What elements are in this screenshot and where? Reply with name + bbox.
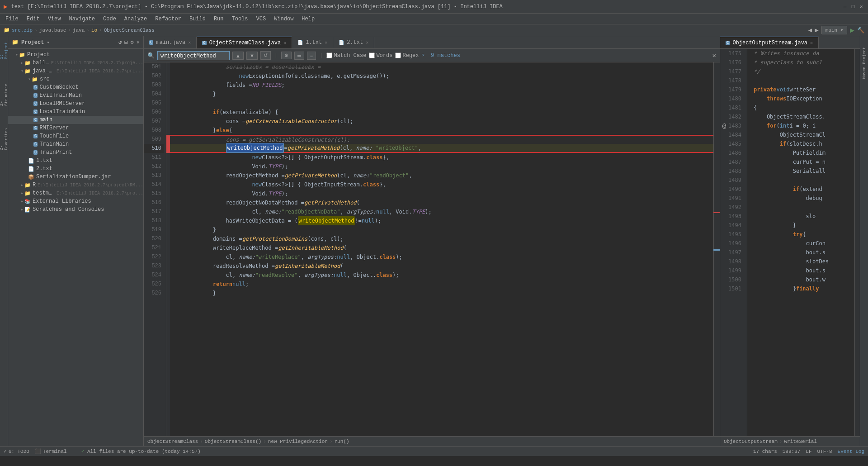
search-close-button[interactable]: ✕ bbox=[712, 52, 716, 59]
settings-icon[interactable]: ⚙ bbox=[131, 39, 134, 46]
forward-button[interactable]: ▶ bbox=[815, 26, 818, 34]
tree-item-1txt[interactable]: 📄 1.txt bbox=[8, 157, 143, 165]
back-button[interactable]: ◀ bbox=[808, 26, 812, 34]
menu-item-code[interactable]: Code bbox=[99, 15, 120, 23]
breadcrumb-io[interactable]: io bbox=[91, 28, 97, 33]
match-words-btn[interactable]: ═ bbox=[294, 52, 304, 60]
right-panel-gutter[interactable] bbox=[854, 49, 860, 436]
regex-checkbox[interactable]: Regex bbox=[395, 52, 419, 59]
tree-item-scratches[interactable]: ▸ 📝 Scratches and Consoles bbox=[8, 205, 143, 214]
todo-tab[interactable]: ✓ 6: TODO bbox=[4, 448, 29, 454]
structure-icon[interactable]: Z-Structure bbox=[0, 91, 8, 99]
tree-item-touchfile[interactable]: C TouchFile bbox=[8, 132, 143, 140]
menu-item-help[interactable]: Help bbox=[298, 15, 318, 23]
tree-item-trainprint[interactable]: C TrainPrint bbox=[8, 148, 143, 157]
breadcrumb-classname[interactable]: ObjectStreamClass bbox=[104, 28, 155, 33]
event-log[interactable]: Event Log bbox=[838, 449, 864, 454]
tree-item-testmodule[interactable]: ▸ 📁 testmodule E:\IntelliJ IDEA 2018.2.7… bbox=[8, 189, 143, 197]
bc-run[interactable]: run() bbox=[335, 439, 349, 444]
close-button[interactable]: ✕ bbox=[858, 4, 864, 10]
next-match-button[interactable]: ▼ bbox=[246, 52, 258, 60]
minimize-button[interactable]: — bbox=[842, 4, 848, 10]
tree-item-localtrainmain[interactable]: C LocalTrainMain bbox=[8, 108, 143, 116]
favorites-icon[interactable]: Z-Favorites bbox=[0, 136, 8, 143]
menu-item-analyze[interactable]: Analyze bbox=[121, 15, 151, 23]
sync-icon[interactable]: ↺ bbox=[118, 39, 122, 46]
main-layout: 1: Project Z-Structure Z-Favorites 📁 Pro… bbox=[0, 36, 868, 446]
maximize-button[interactable]: □ bbox=[850, 4, 856, 10]
breadcrumb-srczip[interactable]: src.zip bbox=[12, 28, 33, 33]
tree-item-javasecurity[interactable]: ▾ 📁 java_security E:\IntelliJ IDEA 2018.… bbox=[8, 67, 143, 75]
filter-button[interactable]: ⚙ bbox=[281, 52, 292, 59]
hide-icon[interactable]: ✕ bbox=[137, 39, 140, 46]
bc-objectstreamclass[interactable]: ObjectStreamClass bbox=[147, 439, 198, 444]
bc-constructor[interactable]: ObjectStreamClass() bbox=[205, 439, 261, 444]
titlebar-controls: — □ ✕ bbox=[842, 4, 864, 10]
tree-path: E:\IntelliJ IDEA 2018.2.7\pro... bbox=[57, 191, 143, 196]
project-label: Project bbox=[21, 39, 44, 46]
expand-arrow: ▸ bbox=[21, 190, 24, 196]
refresh-button[interactable]: ↺ bbox=[260, 51, 271, 60]
menu-item-edit[interactable]: Edit bbox=[23, 15, 43, 23]
tab-close-icon[interactable]: ✕ bbox=[325, 40, 327, 45]
dropdown-arrow[interactable]: ▾ bbox=[47, 40, 49, 45]
project-panel-header: 📁 Project ▾ ↺ ⊟ ⚙ ✕ bbox=[8, 36, 143, 49]
tree-item-rmiserver[interactable]: C RMIServer bbox=[8, 124, 143, 132]
words-input[interactable] bbox=[369, 52, 375, 58]
project-icon[interactable]: 1: Project bbox=[0, 47, 8, 54]
code-content[interactable]: serializeEx = deserializeEx = new Except… bbox=[170, 62, 713, 436]
tab-main-java[interactable]: C main.java ✕ bbox=[144, 37, 197, 48]
menu-item-refactor[interactable]: Refactor bbox=[151, 15, 185, 23]
tree-item-ballgame[interactable]: ▸ 📁 ballGame E:\IntelliJ IDEA 2018.2.7\p… bbox=[8, 59, 143, 67]
words-checkbox[interactable]: Words bbox=[369, 52, 392, 59]
run-button[interactable]: ▶ bbox=[850, 26, 854, 35]
right-gutter[interactable] bbox=[713, 62, 720, 436]
right-bc-class[interactable]: ObjectOutputStream bbox=[724, 439, 778, 444]
menu-item-window[interactable]: Window bbox=[270, 15, 297, 23]
search-input[interactable] bbox=[157, 51, 230, 60]
match-case-input[interactable] bbox=[326, 52, 332, 58]
tree-item-extlibs[interactable]: ▸ 📚 External Libraries bbox=[8, 197, 143, 205]
tab-2txt[interactable]: 📄 2.txt ✕ bbox=[333, 37, 374, 48]
menu-item-tools[interactable]: Tools bbox=[228, 15, 252, 23]
tab-close-icon[interactable]: ✕ bbox=[283, 40, 286, 46]
breadcrumb-java[interactable]: java bbox=[73, 28, 85, 33]
build-button[interactable]: 🔨 bbox=[857, 27, 864, 34]
tree-item-2txt[interactable]: 📄 2.txt bbox=[8, 165, 143, 173]
terminal-tab[interactable]: ⬛ Terminal bbox=[35, 448, 67, 454]
menu-item-vcs[interactable]: VCS bbox=[253, 15, 270, 23]
another-btn[interactable]: ≡ bbox=[307, 52, 316, 60]
tab-1txt[interactable]: 📄 1.txt ✕ bbox=[292, 37, 333, 48]
bc-privileged[interactable]: new PrivilegedAction bbox=[268, 439, 328, 444]
tree-item-src[interactable]: ▾ 📁 src bbox=[8, 75, 143, 83]
menu-item-view[interactable]: View bbox=[44, 15, 65, 23]
tab-objectstreamclass[interactable]: C ObjectStreamClass.java ✕ bbox=[197, 37, 292, 48]
tab-close-icon[interactable]: ✕ bbox=[810, 40, 813, 46]
right-code-content[interactable]: * Writes instance da * superclass to sub… bbox=[747, 49, 854, 436]
maven-icon[interactable]: Maven Project bbox=[862, 47, 867, 79]
menu-item-build[interactable]: Build bbox=[186, 15, 209, 23]
tree-item-jar[interactable]: 📦 SerializationDumper.jar bbox=[8, 173, 143, 181]
tree-item-rmi[interactable]: ▸ 📁 RMI E:\IntelliJ IDEA 2018.2.7\projec… bbox=[8, 181, 143, 189]
menu-item-navigate[interactable]: Navigate bbox=[65, 15, 99, 23]
menu-item-file[interactable]: File bbox=[2, 15, 22, 23]
collapse-icon[interactable]: ⊟ bbox=[124, 39, 127, 46]
tab-close-icon[interactable]: ✕ bbox=[366, 40, 368, 45]
menu-item-run[interactable]: Run bbox=[210, 15, 227, 23]
prev-match-button[interactable]: ▲ bbox=[232, 52, 244, 60]
expand-arrow: ▸ bbox=[21, 182, 24, 188]
tree-item-eviltrainmain[interactable]: C EvilTrainMain bbox=[8, 91, 143, 100]
line-number: 507 bbox=[144, 117, 164, 126]
tree-item-localrmiserver[interactable]: C LocalRMIServer bbox=[8, 100, 143, 108]
tab-close-icon[interactable]: ✕ bbox=[188, 40, 191, 45]
right-bc-method[interactable]: writeSerial bbox=[784, 439, 817, 444]
tree-item-customsocket[interactable]: C CustomSocket bbox=[8, 83, 143, 91]
match-case-checkbox[interactable]: Match Case bbox=[326, 52, 366, 59]
regex-input[interactable] bbox=[395, 52, 401, 58]
run-config-selector[interactable]: main ▾ bbox=[821, 26, 848, 34]
tab-objectoutputstream[interactable]: C ObjectOutputStream.java ✕ bbox=[720, 37, 819, 48]
tree-item-main[interactable]: C main bbox=[8, 116, 143, 124]
tree-item-project[interactable]: ▾ 📁 Project bbox=[8, 51, 143, 59]
tree-item-trainmain[interactable]: C TrainMain bbox=[8, 140, 143, 148]
breadcrumb-javabase[interactable]: java.base bbox=[39, 28, 66, 33]
